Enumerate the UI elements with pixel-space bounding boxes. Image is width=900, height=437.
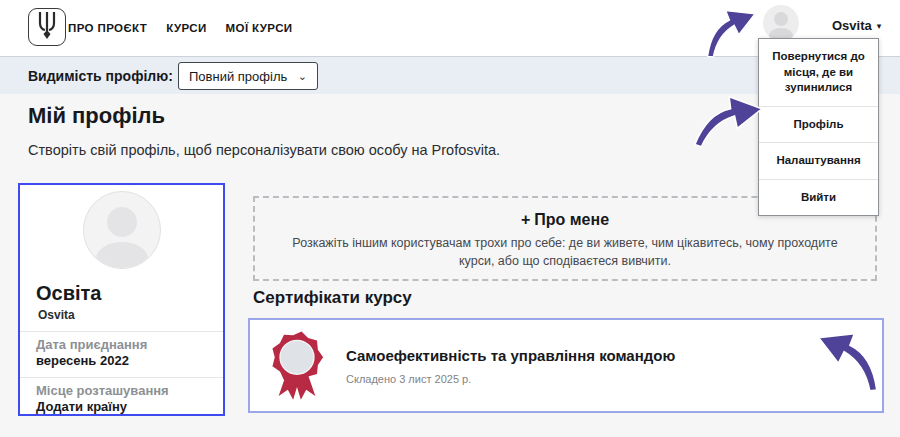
joined-row: Дата приєднання вересень 2022: [20, 331, 223, 368]
profile-avatar-placeholder[interactable]: [83, 191, 161, 269]
main-nav: ПРО ПРОЄКТ КУРСИ МОЇ КУРСИ: [68, 0, 293, 56]
menu-item-logout[interactable]: Вийти: [759, 180, 878, 216]
menu-item-settings[interactable]: Налаштування: [759, 143, 878, 180]
user-name: Osvita: [832, 18, 872, 33]
location-row: Місце розташування Додати країну: [20, 377, 223, 414]
profile-name: Освіта: [36, 282, 223, 305]
certificate-title: Самоефективність та управління командою: [346, 347, 675, 364]
certificates-heading: Сертифікати курсу: [253, 288, 412, 308]
page-title: Мій профіль: [28, 103, 165, 129]
about-me-label: Про мене: [534, 211, 609, 228]
avatar[interactable]: [763, 5, 799, 41]
menu-item-resume[interactable]: Повернутися до місця, де ви зупинилися: [759, 39, 878, 107]
visibility-selected-value: Повний профіль: [189, 69, 287, 84]
certificate-date: Складено 3 лист 2025 р.: [346, 373, 675, 385]
nav-courses[interactable]: КУРСИ: [166, 22, 206, 34]
visibility-select[interactable]: Повний профіль ⌄: [178, 62, 318, 90]
visibility-label: Видимість профілю:: [28, 68, 173, 84]
add-country-link[interactable]: Додати країну: [36, 399, 223, 414]
tryzub-icon: [35, 10, 59, 44]
plus-icon: +: [521, 211, 530, 228]
profile-username: Osvita: [38, 308, 223, 322]
menu-item-profile[interactable]: Профіль: [759, 107, 878, 144]
medal-icon: [268, 330, 326, 402]
avatar-body-shape: [96, 242, 148, 269]
avatar-head-shape: [107, 207, 137, 237]
chevron-down-icon: ▾: [877, 21, 882, 31]
select-chevron-icon: ⌄: [298, 70, 307, 83]
profile-card: Освіта Osvita Дата приєднання вересень 2…: [18, 183, 225, 416]
nav-my-courses[interactable]: МОЇ КУРСИ: [226, 22, 293, 34]
nav-about-project[interactable]: ПРО ПРОЄКТ: [68, 22, 147, 34]
certificate-text: Самоефективність та управління командою …: [346, 347, 675, 385]
avatar-head-shape: [774, 12, 788, 26]
joined-label: Дата приєднання: [36, 337, 223, 352]
location-label: Місце розташування: [36, 383, 223, 398]
page-subtitle: Створіть свій профіль, щоб персоналізува…: [28, 142, 500, 158]
annotation-arrow-profile: [689, 85, 768, 161]
certificate-card[interactable]: Самоефективність та управління командою …: [248, 318, 884, 413]
joined-value: вересень 2022: [36, 353, 223, 368]
user-dropdown-menu: Повернутися до місця, де ви зупинилися П…: [758, 38, 879, 216]
about-me-description: Розкажіть іншим користувачам трохи про с…: [280, 234, 850, 270]
user-menu-toggle[interactable]: Osvita ▾: [832, 18, 881, 33]
profosvita-logo[interactable]: [28, 8, 66, 46]
